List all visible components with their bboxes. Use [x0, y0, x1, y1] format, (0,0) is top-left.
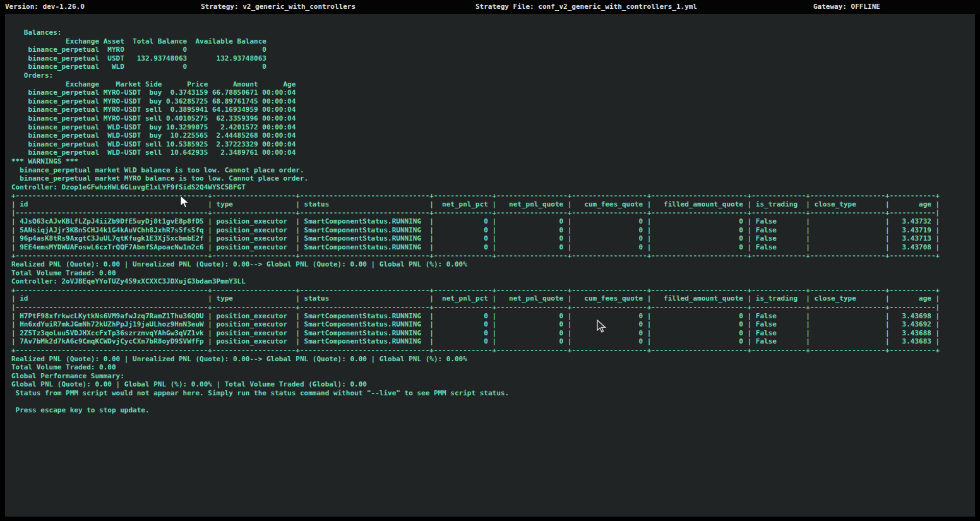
balances-section: Balances: Exchange Asset Total Balance A… — [11, 28, 940, 71]
strategy-file-label: Strategy File: conf_v2_generic_with_cont… — [475, 3, 697, 11]
controller-2-table: Controller: 2oVJBEqeYYoTUZy459xXCXXC3JDX… — [11, 277, 940, 354]
global-performance-summary: Global Performance Summary: Global PNL (… — [11, 372, 940, 415]
status-topbar: Version: dev-1.26.0 Strategy: v2_generic… — [0, 0, 980, 14]
mouse-cursor-outline-icon — [596, 320, 609, 333]
controller-2-pnl-summary: Realized PNL (Quote): 0.00 | Unrealized … — [11, 355, 940, 372]
mouse-cursor-icon — [179, 195, 192, 209]
terminal-content: Balances: Exchange Asset Total Balance A… — [11, 28, 940, 415]
strategy-label: Strategy: v2_generic_with_controllers — [201, 3, 356, 11]
hummingbot-status-window: Version: dev-1.26.0 Strategy: v2_generic… — [0, 0, 980, 521]
version-label: Version: dev-1.26.0 — [5, 3, 85, 11]
warnings-section: *** WARNINGS *** binance_perpetual marke… — [11, 157, 940, 183]
orders-section: Orders: Exchange Market Side Price Amoun… — [11, 71, 940, 157]
gateway-status-label: Gateway: OFFLINE — [813, 3, 880, 11]
controller-1-pnl-summary: Realized PNL (Quote): 0.00 | Unrealized … — [11, 260, 940, 277]
controller-1-table: Controller: Dzop1eGFwhxHWL6GLuvgE1xLYF9f… — [11, 183, 940, 260]
